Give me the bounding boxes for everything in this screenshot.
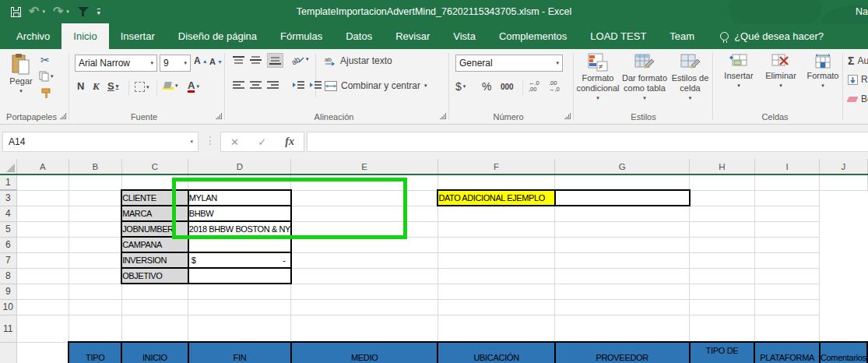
font-color-button[interactable]: A▾ bbox=[188, 80, 199, 93]
formula-bar-resize-handle[interactable]: ⋮ bbox=[205, 134, 216, 146]
underline-button[interactable]: S▾ bbox=[107, 80, 118, 92]
column-header-e[interactable]: E bbox=[291, 159, 438, 174]
tab-insertar[interactable]: Insertar bbox=[109, 23, 167, 49]
header-cell-tipo[interactable]: TIPO bbox=[69, 342, 121, 363]
decrease-decimal-button[interactable]: .00→,0 bbox=[549, 80, 560, 93]
cell-e4-marca-value[interactable]: BHBW bbox=[188, 206, 291, 221]
header-cell-medio[interactable]: MEDIO bbox=[291, 342, 438, 363]
cell-g3-dato-adicional[interactable]: DATO ADICIONAL EJEMPLO bbox=[438, 190, 554, 206]
format-cells-button[interactable]: Formato ▾ bbox=[803, 54, 842, 89]
tab-load-test[interactable]: LOAD TEST bbox=[578, 23, 658, 49]
tab-inicio[interactable]: Inicio bbox=[61, 23, 108, 49]
row-header-10[interactable]: 10 bbox=[0, 299, 16, 315]
cell-e7-inversion-value[interactable]: $- bbox=[188, 252, 291, 268]
cell-styles-button[interactable]: Estilos de celda▾ bbox=[669, 53, 712, 101]
increase-indent-button[interactable] bbox=[309, 80, 322, 90]
increase-decimal-button[interactable]: ←.0,00 bbox=[529, 80, 539, 93]
header-cell-plataforma[interactable]: PLATAFORMA bbox=[754, 342, 820, 363]
align-top-button[interactable] bbox=[233, 55, 244, 65]
decrease-indent-button[interactable] bbox=[292, 80, 304, 90]
header-cell-ubicacion[interactable]: UBICACIÓN bbox=[438, 342, 554, 363]
qat-customize-icon[interactable]: ▾ bbox=[97, 9, 100, 16]
header-cell-proveedor[interactable]: PROVEEDOR bbox=[555, 342, 690, 363]
column-header-d[interactable]: D bbox=[188, 159, 291, 174]
align-right-button[interactable] bbox=[267, 80, 279, 90]
format-as-table-button[interactable]: Dar formato como tabla▾ bbox=[620, 53, 669, 101]
insert-function-icon[interactable]: fx bbox=[285, 136, 294, 148]
tab-revisar[interactable]: Revisar bbox=[384, 23, 441, 49]
row-header-8[interactable]: 8 bbox=[0, 268, 16, 284]
tab-formulas[interactable]: Fórmulas bbox=[269, 23, 334, 49]
header-cell-tipo-de[interactable]: TIPO DE bbox=[690, 342, 755, 363]
redo-icon[interactable]: ↷ bbox=[53, 6, 63, 17]
fill-color-button[interactable]: ▾ bbox=[163, 82, 178, 90]
cell-d5-jobnumber-label[interactable]: JOBNUMBER bbox=[121, 221, 188, 237]
autosum-button[interactable]: ΣAu bbox=[848, 55, 868, 67]
currency-format-button[interactable]: $▾ bbox=[455, 80, 466, 93]
row-header-6[interactable]: 6 bbox=[0, 237, 16, 252]
merge-center-button[interactable]: Combinar y centrar ▾ bbox=[325, 80, 427, 91]
number-dialog-launcher-icon[interactable] bbox=[564, 113, 571, 119]
tab-archivo[interactable]: Archivo bbox=[5, 23, 61, 49]
delete-cells-button[interactable]: Eliminar ▾ bbox=[761, 54, 800, 89]
decrease-font-button[interactable]: A▼ bbox=[209, 57, 223, 66]
column-header-j[interactable]: J bbox=[820, 159, 867, 174]
cell-e6-campana-value[interactable] bbox=[188, 237, 291, 252]
cell-d6-campana-label[interactable]: CAMPANA bbox=[121, 237, 188, 252]
row-header-11[interactable]: 11 bbox=[0, 315, 16, 342]
font-name-combo[interactable]: Arial Narrow▾ bbox=[75, 55, 157, 72]
row-header-9[interactable]: 9 bbox=[0, 284, 16, 299]
row-header-5[interactable]: 5 bbox=[0, 221, 16, 237]
percent-format-button[interactable]: % bbox=[482, 80, 491, 93]
select-all-corner[interactable] bbox=[0, 159, 16, 174]
align-center-button[interactable] bbox=[250, 80, 262, 90]
column-header-c[interactable]: C bbox=[121, 159, 188, 174]
header-cell-fin[interactable]: FIN bbox=[188, 342, 291, 363]
undo-dropdown-icon[interactable]: ▾ bbox=[42, 9, 45, 15]
row-header-12[interactable] bbox=[0, 342, 16, 363]
header-cell-inicio[interactable]: INICIO bbox=[121, 342, 188, 363]
redo-dropdown-icon[interactable]: ▾ bbox=[66, 9, 69, 15]
enter-icon[interactable]: ✓ bbox=[258, 136, 266, 148]
comma-format-button[interactable]: 000 bbox=[501, 83, 514, 91]
tab-datos[interactable]: Datos bbox=[334, 23, 384, 49]
name-box[interactable]: A14 ▾ bbox=[2, 132, 199, 152]
filter-icon[interactable] bbox=[77, 6, 90, 17]
header-cell-comentarios[interactable]: Comentarios bbox=[820, 342, 867, 363]
clipboard-dialog-launcher-icon[interactable] bbox=[60, 113, 66, 119]
tab-team[interactable]: Team bbox=[658, 23, 706, 49]
align-bottom-button[interactable] bbox=[267, 53, 283, 68]
column-header-i[interactable]: I bbox=[754, 159, 820, 174]
row-header-4[interactable]: 4 bbox=[0, 206, 16, 221]
align-left-button[interactable] bbox=[233, 80, 244, 90]
number-format-combo[interactable]: General▾ bbox=[455, 55, 563, 72]
column-header-h[interactable]: H bbox=[690, 159, 755, 174]
cell-e3-cliente-value[interactable]: MYLAN bbox=[188, 190, 291, 206]
fill-button[interactable]: Re bbox=[848, 74, 868, 85]
orientation-button[interactable]: ab ▾ bbox=[292, 54, 309, 65]
alignment-dialog-launcher-icon[interactable] bbox=[440, 113, 446, 119]
row-header-3[interactable]: 3 bbox=[0, 190, 16, 206]
increase-font-button[interactable]: A▲ bbox=[194, 55, 208, 66]
cell-e5-jobnumber-value[interactable]: 2018 BHBW BOSTON & NY bbox=[188, 221, 291, 237]
column-header-b[interactable]: B bbox=[69, 159, 121, 174]
row-header-1[interactable]: 1 bbox=[0, 174, 16, 190]
clear-button[interactable]: Bo bbox=[848, 93, 868, 104]
tell-me-box[interactable]: ¿Qué desea hacer? bbox=[711, 23, 833, 49]
save-icon[interactable] bbox=[11, 7, 21, 17]
borders-button[interactable]: ▾ bbox=[135, 82, 149, 92]
cut-button[interactable]: ✂ bbox=[40, 54, 50, 66]
paste-button[interactable]: Pegar ▾ bbox=[5, 53, 37, 94]
font-dialog-launcher-icon[interactable] bbox=[216, 113, 222, 119]
cell-d3-cliente-label[interactable]: CLIENTE bbox=[121, 190, 188, 206]
column-header-f[interactable]: F bbox=[438, 159, 554, 174]
format-painter-button[interactable] bbox=[40, 88, 51, 99]
row-header-7[interactable]: 7 bbox=[0, 252, 16, 268]
font-size-combo[interactable]: 9▾ bbox=[160, 55, 191, 72]
align-middle-button[interactable] bbox=[250, 55, 262, 65]
cell-d7-inversion-label[interactable]: INVERSION bbox=[121, 252, 188, 268]
formula-input[interactable] bbox=[307, 132, 868, 152]
italic-button[interactable]: K bbox=[93, 80, 100, 93]
cell-h3-empty-box[interactable] bbox=[555, 190, 690, 206]
column-header-a[interactable]: A bbox=[16, 159, 69, 174]
